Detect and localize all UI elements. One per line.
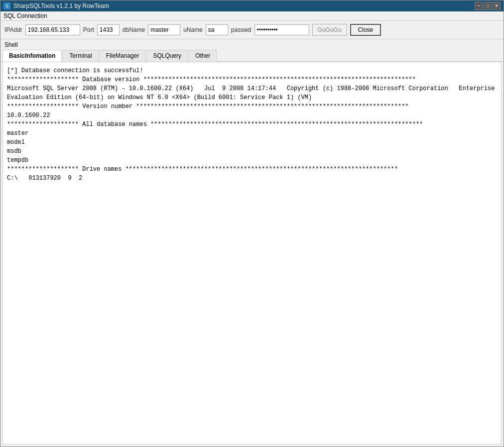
shell-section: Shell [0, 39, 504, 49]
output-line: 10.0.1600.22 [7, 111, 497, 120]
port-input[interactable] [97, 24, 120, 35]
user-label: uName [183, 26, 203, 33]
db-input[interactable] [148, 24, 180, 35]
close-connection-button[interactable]: Close [350, 24, 381, 36]
output-line: master [7, 129, 497, 138]
output-line: model [7, 138, 497, 147]
menu-sql-connection[interactable]: SQL Connection [3, 12, 47, 19]
ip-input[interactable] [25, 24, 80, 35]
output-line: Microsoft SQL Server 2008 (RTM) - 10.0.1… [7, 84, 497, 102]
db-label: dbName [123, 26, 145, 33]
shell-label: Shell [4, 41, 18, 48]
title-bar: S SharpSQLTools v1.2.1 by RowTeam ─ □ ✕ [0, 0, 504, 11]
tab-other[interactable]: Other [189, 50, 217, 62]
output-line: ******************** Version number ****… [7, 102, 497, 111]
output-area[interactable]: [*] Database connection is successful!**… [2, 62, 502, 445]
window-title: SharpSQLTools v1.2.1 by RowTeam [13, 2, 109, 9]
main-window: S SharpSQLTools v1.2.1 by RowTeam ─ □ ✕ … [0, 0, 504, 447]
connection-bar: IPAddr Port dbName uName passwd GoGoGo C… [0, 21, 504, 39]
tab-filemanager[interactable]: FileManager [100, 50, 146, 62]
tab-basicinfomation[interactable]: BasicInfomation [2, 50, 62, 62]
minimize-button[interactable]: ─ [475, 2, 483, 10]
maximize-button[interactable]: □ [484, 2, 492, 10]
tabs-bar: BasicInfomation Terminal FileManager SQL… [0, 49, 504, 62]
tab-terminal[interactable]: Terminal [63, 50, 98, 62]
output-line: C:\ 813137920 9 2 [7, 174, 497, 183]
window-controls: ─ □ ✕ [475, 2, 501, 10]
gogogo-button[interactable]: GoGoGo [312, 24, 347, 36]
app-icon: S [3, 2, 10, 9]
tab-sqlquery[interactable]: SQLQuery [146, 50, 188, 62]
close-window-button[interactable]: ✕ [493, 2, 501, 10]
pass-label: passwd [231, 26, 252, 33]
port-label: Port [83, 26, 94, 33]
output-line: msdb [7, 147, 497, 156]
output-line: [*] Database connection is successful! [7, 66, 497, 75]
output-line: ******************** Database version **… [7, 75, 497, 84]
output-line: ******************** Drive names *******… [7, 165, 497, 174]
title-bar-left: S SharpSQLTools v1.2.1 by RowTeam [3, 2, 109, 9]
output-line: ******************** All database names … [7, 120, 497, 129]
ip-label: IPAddr [4, 26, 22, 33]
output-line: tempdb [7, 156, 497, 165]
user-input[interactable] [206, 24, 228, 35]
pass-input[interactable] [254, 24, 309, 35]
menu-bar: SQL Connection [0, 11, 504, 21]
